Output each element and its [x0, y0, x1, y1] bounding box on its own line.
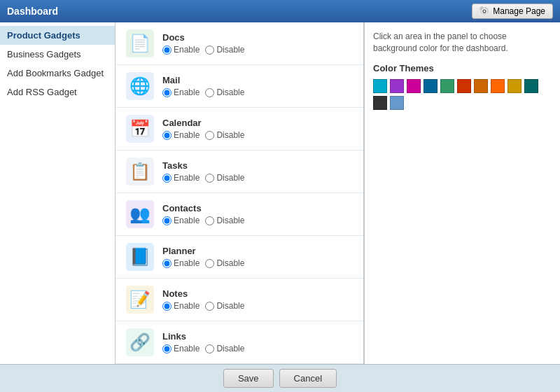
disable-text-planner: Disable — [216, 258, 244, 268]
right-panel-hint: Click an area in the panel to choose bac… — [373, 31, 552, 55]
disable-label-tasks[interactable]: Disable — [205, 173, 244, 183]
color-swatch-9[interactable] — [524, 79, 538, 93]
enable-label-notes[interactable]: Enable — [162, 301, 200, 311]
sidebar-item-business-gadgets[interactable]: Business Gadgets — [0, 45, 115, 64]
enable-text-contacts: Enable — [174, 216, 200, 225]
enable-label-calendar[interactable]: Enable — [162, 130, 200, 140]
gadget-item-mail: 🌐 Mail Enable Disable — [115, 65, 363, 108]
gadget-name-calendar: Calendar — [162, 118, 244, 128]
gadget-controls-calendar: Enable Disable — [162, 130, 244, 140]
color-swatch-2[interactable] — [407, 79, 421, 93]
gadget-info-planner: Planner Enable Disable — [162, 246, 244, 268]
color-swatch-11[interactable] — [390, 96, 404, 110]
color-themes-title: Color Themes — [373, 63, 552, 74]
disable-label-contacts[interactable]: Disable — [205, 216, 244, 225]
save-button[interactable]: Save — [223, 369, 274, 388]
gadget-info-tasks: Tasks Enable Disable — [162, 160, 244, 183]
disable-text-docs: Disable — [216, 45, 244, 55]
enable-label-tasks[interactable]: Enable — [162, 173, 200, 183]
gadget-info-calendar: Calendar Enable Disable — [162, 118, 244, 140]
enable-radio-calendar[interactable] — [162, 131, 172, 140]
disable-label-planner[interactable]: Disable — [205, 258, 244, 268]
sidebar-item-add-bookmarks[interactable]: Add Bookmarks Gadget — [0, 64, 115, 83]
gadget-icon-tasks: 📋 — [126, 158, 154, 186]
gadget-controls-tasks: Enable Disable — [162, 173, 244, 183]
enable-radio-tasks[interactable] — [162, 174, 172, 183]
disable-radio-mail[interactable] — [205, 88, 214, 97]
gadget-name-contacts: Contacts — [162, 203, 244, 214]
disable-text-calendar: Disable — [216, 130, 244, 140]
disable-label-notes[interactable]: Disable — [205, 301, 244, 311]
gadget-icon-docs: 📄 — [126, 29, 154, 57]
enable-label-docs[interactable]: Enable — [162, 45, 200, 55]
disable-label-docs[interactable]: Disable — [205, 45, 244, 55]
enable-label-planner[interactable]: Enable — [162, 258, 200, 268]
color-swatch-8[interactable] — [507, 79, 522, 93]
header-title: Dashboard — [7, 6, 58, 17]
enable-text-tasks: Enable — [174, 173, 200, 183]
enable-radio-docs[interactable] — [162, 46, 172, 55]
disable-radio-docs[interactable] — [205, 46, 214, 55]
enable-text-mail: Enable — [174, 88, 200, 97]
disable-radio-tasks[interactable] — [205, 174, 214, 183]
enable-radio-planner[interactable] — [162, 259, 172, 268]
disable-radio-calendar[interactable] — [205, 131, 214, 140]
color-swatch-6[interactable] — [474, 79, 488, 93]
gadget-icon-contacts: 👥 — [126, 200, 154, 228]
gadget-controls-docs: Enable Disable — [162, 45, 244, 55]
manage-page-button[interactable]: Manage Page — [472, 4, 553, 19]
gadget-item-planner: 📘 Planner Enable Disable — [115, 236, 363, 279]
gadget-name-tasks: Tasks — [162, 160, 244, 171]
enable-label-contacts[interactable]: Enable — [162, 216, 200, 225]
color-swatch-4[interactable] — [440, 79, 454, 93]
cancel-button[interactable]: Cancel — [279, 369, 337, 388]
disable-label-calendar[interactable]: Disable — [205, 130, 244, 140]
gadget-controls-mail: Enable Disable — [162, 88, 244, 97]
gadget-name-planner: Planner — [162, 246, 244, 256]
disable-text-notes: Disable — [216, 301, 244, 311]
enable-label-mail[interactable]: Enable — [162, 88, 200, 97]
disable-radio-notes[interactable] — [205, 302, 214, 311]
enable-radio-links[interactable] — [162, 344, 172, 354]
disable-radio-contacts[interactable] — [205, 216, 214, 225]
gadget-info-contacts: Contacts Enable Disable — [162, 203, 244, 225]
color-swatch-0[interactable] — [373, 79, 387, 93]
gadget-name-notes: Notes — [162, 288, 244, 299]
color-swatch-3[interactable] — [424, 79, 438, 93]
sidebar-item-add-rss[interactable]: Add RSS Gadget — [0, 83, 115, 102]
disable-label-links[interactable]: Disable — [205, 344, 244, 354]
disable-radio-planner[interactable] — [205, 259, 214, 268]
gadget-icon-calendar: 📅 — [126, 115, 154, 143]
gadget-info-docs: Docs Enable Disable — [162, 32, 244, 55]
enable-text-planner: Enable — [174, 258, 200, 268]
color-swatch-5[interactable] — [457, 79, 471, 93]
gadget-icon-mail: 🌐 — [126, 72, 154, 100]
right-panel: Click an area in the panel to choose bac… — [364, 22, 560, 364]
disable-text-links: Disable — [216, 344, 244, 354]
disable-label-mail[interactable]: Disable — [205, 88, 244, 97]
gadget-icon-links: 🔗 — [126, 328, 154, 356]
enable-radio-contacts[interactable] — [162, 216, 172, 225]
color-swatch-10[interactable] — [373, 96, 387, 110]
gadget-controls-contacts: Enable Disable — [162, 216, 244, 225]
gadget-item-notes: 📝 Notes Enable Disable — [115, 279, 363, 321]
color-swatch-7[interactable] — [491, 79, 505, 93]
gadget-controls-links: Enable Disable — [162, 344, 244, 354]
enable-text-docs: Enable — [174, 45, 200, 55]
header: Dashboard Manage Page — [0, 0, 560, 22]
enable-label-links[interactable]: Enable — [162, 344, 200, 354]
sidebar: Product Gadgets Business Gadgets Add Boo… — [0, 22, 115, 364]
enable-radio-notes[interactable] — [162, 302, 172, 311]
disable-text-mail: Disable — [216, 88, 244, 97]
color-swatch-1[interactable] — [390, 79, 404, 93]
disable-text-tasks: Disable — [216, 173, 244, 183]
disable-radio-links[interactable] — [205, 344, 214, 354]
gadget-item-calendar: 📅 Calendar Enable Disable — [115, 108, 363, 150]
sidebar-item-product-gadgets[interactable]: Product Gadgets — [0, 26, 115, 45]
gadget-controls-planner: Enable Disable — [162, 258, 244, 268]
gadget-name-mail: Mail — [162, 75, 244, 85]
enable-radio-mail[interactable] — [162, 88, 172, 97]
gadget-icon-planner: 📘 — [126, 243, 154, 271]
gadget-controls-notes: Enable Disable — [162, 301, 244, 311]
color-swatches — [373, 79, 552, 110]
